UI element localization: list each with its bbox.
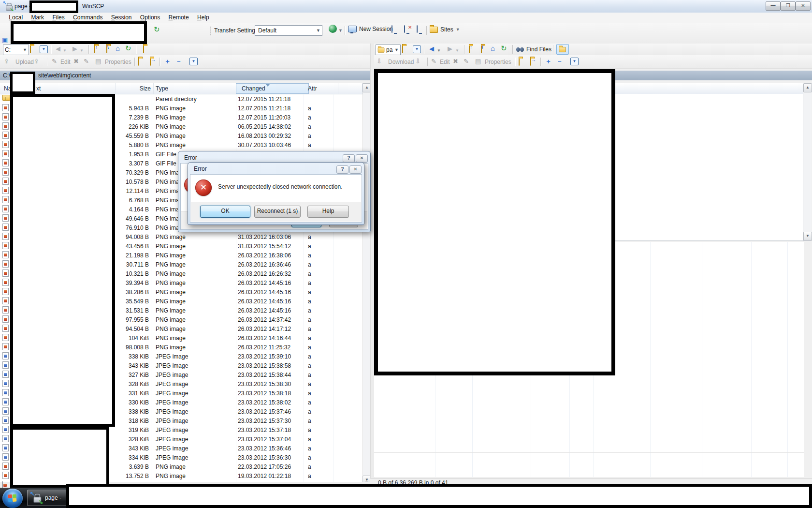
go-to-folder-icon[interactable]: → — [530, 58, 531, 66]
download-icon[interactable]: ⇩ — [377, 58, 382, 65]
menu-session[interactable]: Session — [111, 14, 132, 21]
start-button[interactable] — [2, 489, 23, 508]
cell-attr: a — [308, 315, 311, 325]
root-directory-icon[interactable]: / — [481, 45, 482, 53]
scroll-down-icon[interactable]: ▼ — [803, 232, 812, 241]
delete-x-icon[interactable]: ✖ — [453, 58, 458, 65]
toolbar-separator — [426, 26, 427, 35]
column-header-type[interactable]: Type — [153, 83, 239, 94]
close-icon[interactable]: ✕ — [349, 165, 362, 174]
column-header-changed[interactable]: Changed — [236, 83, 309, 94]
sites-button[interactable]: Sites ▼ — [430, 26, 460, 33]
help-icon[interactable]: ? — [336, 165, 348, 174]
refresh-icon[interactable]: ↻ — [501, 45, 507, 52]
menu-help[interactable]: Help — [197, 14, 209, 21]
select-plus-icon[interactable]: ＋ — [545, 58, 551, 65]
help-icon[interactable]: ? — [343, 154, 355, 163]
upload-label[interactable]: Upload — [15, 59, 34, 65]
upload-options-icon[interactable]: ⇪ — [34, 58, 39, 65]
delete-x-icon[interactable]: ✖ — [73, 58, 79, 65]
close-icon[interactable]: ✕ — [356, 154, 368, 163]
rename-icon[interactable]: ✎ — [464, 58, 469, 65]
open-directory-icon[interactable] — [30, 45, 31, 53]
minimize-button[interactable]: — — [766, 1, 781, 11]
synchronize-browsing-toggle[interactable] — [556, 44, 569, 55]
filter-icon[interactable]: ▼ — [413, 45, 421, 53]
back-history-chevron-icon[interactable]: ▼ — [437, 47, 441, 55]
new-session-button[interactable]: New Session — [348, 26, 393, 32]
local-address-bar[interactable]: C:\ site\web\img\content — [0, 71, 370, 80]
go-to-folder-icon[interactable]: → — [150, 58, 151, 66]
toolbar-separator — [553, 45, 553, 54]
close-button[interactable]: ✕ — [796, 1, 811, 11]
forward-icon[interactable]: ▶ — [448, 45, 452, 53]
edit-pencil-icon[interactable]: ✎ — [52, 58, 57, 65]
download-label[interactable]: Download — [388, 59, 414, 65]
directory-tree-icon[interactable] — [143, 45, 144, 53]
rename-icon[interactable]: ✎ — [84, 58, 89, 65]
menu-files[interactable]: Files — [52, 14, 64, 21]
gif-file-icon — [2, 159, 9, 166]
parent-directory-icon[interactable]: ↑ — [94, 45, 95, 53]
dialog-titlebar[interactable]: Error ? ✕ — [190, 164, 362, 173]
edit-label[interactable]: Edit — [60, 59, 71, 65]
select-plus-icon[interactable]: ＋ — [164, 58, 171, 65]
session-tab-icon[interactable]: ▣ — [2, 36, 8, 44]
remote-scrollbar[interactable]: ▲ ▼ — [803, 83, 812, 240]
parent-directory-icon[interactable]: ↑ — [469, 45, 470, 53]
open-directory-icon[interactable] — [402, 45, 403, 53]
home-directory-icon[interactable]: ⌂ — [491, 45, 495, 52]
download-options-icon[interactable]: ⇩ — [415, 58, 420, 65]
scroll-up-icon[interactable]: ▲ — [803, 83, 812, 92]
cell-attr: a — [308, 260, 311, 269]
root-directory-icon[interactable]: \ — [106, 45, 107, 53]
sites-chevron-icon: ▼ — [456, 26, 460, 33]
edit-label[interactable]: Edit — [440, 59, 450, 65]
filter-icon[interactable]: ▼ — [40, 45, 48, 53]
forward-history-chevron-icon[interactable]: ▼ — [455, 47, 459, 55]
remote-directory-select[interactable]: pa ▼ — [376, 45, 401, 55]
edit-pencil-icon[interactable]: ✎ — [431, 58, 436, 65]
local-scrollbar[interactable]: ▲ ▼ — [362, 83, 371, 485]
back-icon[interactable]: ◀ — [429, 45, 434, 53]
help-button[interactable]: Help — [307, 206, 349, 218]
local-drive-select[interactable]: C: ▼ — [3, 45, 29, 55]
upload-icon[interactable]: ⇪ — [4, 58, 9, 65]
close-session-icon[interactable] — [404, 25, 405, 33]
transfer-settings-select[interactable]: Default ▼ — [255, 25, 322, 36]
dialog-titlebar[interactable]: Error ? ✕ — [180, 153, 368, 162]
selection-filter-icon[interactable]: ▼ — [570, 58, 579, 65]
forward-icon[interactable]: ▶ — [72, 45, 77, 53]
back-history-chevron-icon[interactable]: ▼ — [63, 47, 67, 55]
find-files-button[interactable]: Find Files — [516, 46, 551, 53]
refresh-queue-icon[interactable]: ↻ — [154, 26, 160, 33]
new-folder-icon[interactable] — [138, 58, 139, 66]
properties-icon[interactable]: ▤ — [95, 58, 101, 65]
duplicate-session-icon[interactable] — [392, 25, 392, 33]
properties-label[interactable]: Properties — [485, 59, 511, 65]
menu-local[interactable]: Local — [9, 14, 23, 21]
properties-icon[interactable]: ▤ — [475, 58, 481, 65]
menu-remote[interactable]: Remote — [169, 14, 189, 21]
menu-mark[interactable]: Mark — [31, 14, 44, 21]
forward-history-chevron-icon[interactable]: ▼ — [80, 47, 84, 55]
properties-label[interactable]: Properties — [105, 59, 131, 65]
home-directory-icon[interactable]: ⌂ — [116, 45, 120, 52]
selection-filter-icon[interactable]: ▼ — [189, 58, 198, 65]
transfer-options-globe-icon[interactable] — [329, 25, 337, 33]
toolbar-separator — [515, 58, 515, 66]
reconnect-button[interactable]: Reconnect (1 s) — [254, 206, 301, 218]
unselect-minus-icon[interactable]: − — [177, 58, 181, 65]
back-icon[interactable]: ◀ — [56, 45, 60, 53]
unselect-minus-icon[interactable]: − — [558, 58, 562, 65]
restore-button[interactable]: ❐ — [781, 1, 796, 11]
column-header-size[interactable]: Size — [115, 83, 154, 94]
menu-options[interactable]: Options — [140, 14, 160, 21]
transfer-options-chevron-icon[interactable]: ▼ — [338, 27, 343, 34]
ok-button[interactable]: OK — [200, 206, 250, 218]
cell-changed: 26.03.2012 14:45:16 — [238, 279, 291, 288]
new-folder-icon[interactable] — [519, 58, 520, 66]
refresh-icon[interactable]: ↻ — [125, 45, 131, 52]
menu-commands[interactable]: Commands — [73, 14, 102, 21]
save-session-icon[interactable] — [417, 25, 418, 33]
